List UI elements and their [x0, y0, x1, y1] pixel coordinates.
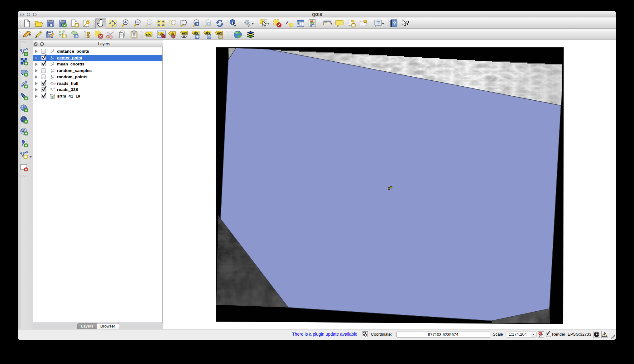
svg-text:1:1: 1:1 — [148, 21, 151, 23]
svg-text:ε: ε — [286, 19, 289, 26]
svg-text:abc: abc — [194, 31, 199, 34]
svg-text:abc: abc — [217, 31, 222, 34]
svg-text:abc: abc — [146, 32, 152, 36]
svg-text:abc: abc — [182, 31, 187, 34]
svg-text:abc: abc — [205, 31, 210, 34]
svg-text:i: i — [232, 20, 233, 25]
svg-text:T: T — [377, 20, 379, 25]
svg-text:?: ? — [406, 20, 409, 26]
svg-text:?: ? — [393, 21, 396, 26]
